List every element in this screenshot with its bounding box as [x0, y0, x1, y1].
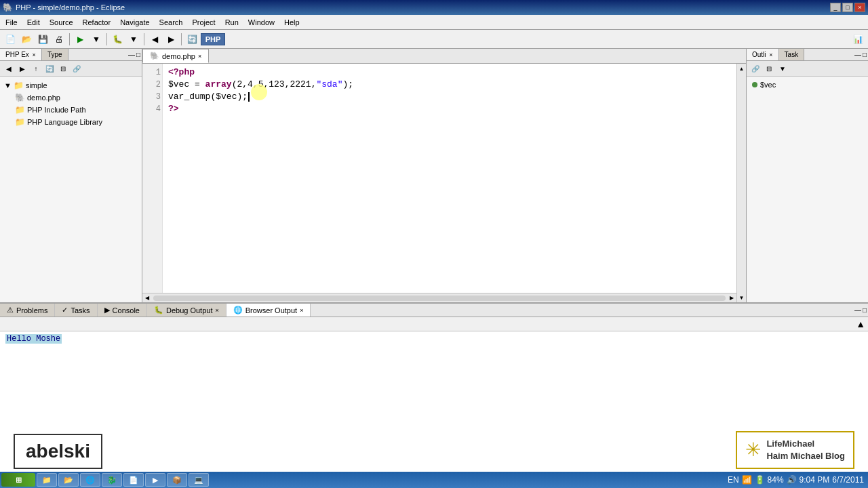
scroll-up-arrow[interactable]: ▲	[737, 64, 747, 73]
watermark-right: ✳ LifeMichael Haim Michael Blog	[736, 431, 854, 469]
prev-button[interactable]: ◀	[147, 32, 162, 47]
menu-run[interactable]: Run	[221, 17, 243, 28]
tree-item-include-path[interactable]: 📁 PHP Include Path	[1, 104, 140, 116]
editor-scrollbar-vertical[interactable]: ▲ ▼	[736, 64, 746, 302]
line-numbers: 1 2 3 4	[142, 64, 163, 293]
print-button[interactable]: 🖨	[52, 32, 66, 47]
problems-label: Problems	[16, 306, 47, 314]
main-container: PHP Ex × Type — □ ◀ ▶ ↑ 🔄 ⊟ 🔗 ▼ 📁 simple	[0, 49, 868, 302]
taskbar-app-6[interactable]: ▶	[145, 473, 165, 487]
menu-refactor[interactable]: Refactor	[79, 17, 115, 28]
sidebar-collapse[interactable]: ⊟	[57, 62, 69, 75]
next-button[interactable]: ▶	[163, 32, 178, 47]
browser-label: Browser Output	[245, 306, 297, 314]
right-panel-content: $vec	[747, 77, 868, 302]
sidebar-link[interactable]: 🔗	[71, 62, 83, 75]
refresh-button[interactable]: 🔄	[184, 32, 199, 47]
sidebar-refresh[interactable]: 🔄	[43, 62, 56, 75]
editor-content[interactable]: ▲ ▼ 1 2 3 4 <?php	[142, 64, 746, 302]
editor-scrollbar-horizontal[interactable]: ◀ ▶	[142, 293, 736, 302]
sidebar-tab-phpex[interactable]: PHP Ex ×	[0, 49, 42, 60]
outline-item-vec[interactable]: $vec	[749, 79, 865, 90]
bottom-tab-problems[interactable]: ⚠ Problems	[0, 304, 55, 317]
bottom-tab-tasks[interactable]: ✓ Tasks	[55, 304, 97, 317]
taskbar-app-5[interactable]: 📄	[123, 473, 144, 487]
sidebar-tab-type[interactable]: Type	[42, 49, 68, 60]
bottom-minimize[interactable]: —	[854, 306, 861, 314]
menu-source[interactable]: Source	[45, 17, 77, 28]
taskbar-app-2[interactable]: 📂	[58, 473, 79, 487]
outline-tab-close[interactable]: ×	[769, 52, 772, 58]
menu-help[interactable]: Help	[280, 17, 304, 28]
run-button[interactable]: ▶	[73, 32, 87, 47]
menu-window[interactable]: Window	[244, 17, 279, 28]
right-panel-tab-outline[interactable]: Outli ×	[747, 49, 779, 60]
editor-tab-close[interactable]: ×	[198, 53, 201, 60]
editor-tab-demophp[interactable]: 🐘 demo.php ×	[142, 49, 209, 63]
scroll-right-arrow[interactable]: ▶	[727, 293, 736, 303]
right-panel-maximize[interactable]: □	[863, 51, 867, 58]
watermark-name: LifeMichael	[766, 438, 845, 450]
browser-tab-close[interactable]: ×	[300, 307, 303, 314]
bottom-maximize[interactable]: □	[863, 306, 867, 314]
scroll-left-arrow[interactable]: ◀	[142, 293, 152, 303]
right-panel-minimize[interactable]: —	[854, 51, 861, 58]
start-button[interactable]: ⊞	[1, 473, 35, 487]
sidebar-back[interactable]: ◀	[3, 62, 15, 75]
right-panel-tab-task[interactable]: Task	[779, 49, 805, 60]
bottom-tab-console[interactable]: ▶ Console	[98, 304, 147, 317]
sidebar-tab-close-phpex[interactable]: ×	[33, 52, 36, 58]
menu-search[interactable]: Search	[155, 17, 187, 28]
menu-file[interactable]: File	[1, 17, 22, 28]
menu-project[interactable]: Project	[188, 17, 219, 28]
editor-tab-icon: 🐘	[150, 52, 159, 60]
title-bar: 🐘 PHP - simple/demo.php - Eclipse _ □ ×	[0, 0, 868, 15]
taskbar-app-1[interactable]: 📁	[37, 473, 57, 487]
tray-wifi-icon: 📶	[742, 475, 752, 485]
taskbar-app-4[interactable]: 🐉	[102, 473, 122, 487]
debug-dropdown[interactable]: ▼	[126, 32, 141, 47]
tree-root-label: simple	[26, 81, 47, 89]
watermark-left-text: abelski	[26, 441, 90, 462]
bottom-tab-browser[interactable]: 🌐 Browser Output ×	[226, 304, 311, 317]
outline-collapse[interactable]: ⊟	[763, 62, 775, 75]
tray-en-icon: EN	[728, 475, 739, 485]
sidebar-maximize[interactable]: □	[136, 51, 140, 58]
scroll-down-arrow[interactable]: ▼	[737, 293, 747, 302]
open-button[interactable]: 📂	[19, 32, 34, 47]
sidebar-forward[interactable]: ▶	[16, 62, 28, 75]
code-editor[interactable]: <?php $vec = array(2,4,5,123,2221,"sda")…	[163, 64, 736, 293]
taskbar-tray: EN 📶 🔋 84% 🔊 9:04 PM 6/7/2011	[725, 475, 867, 485]
debug-button[interactable]: 🐛	[110, 32, 125, 47]
maximize-button[interactable]: □	[842, 3, 853, 12]
menu-edit[interactable]: Edit	[23, 17, 44, 28]
tree-item-lang-lib[interactable]: 📁 PHP Language Library	[1, 116, 140, 128]
run-dropdown[interactable]: ▼	[89, 32, 104, 47]
outline-filter[interactable]: ▼	[776, 62, 789, 75]
sidebar-minimize[interactable]: —	[128, 51, 135, 58]
bottom-tab-debug[interactable]: 🐛 Debug Output ×	[147, 304, 226, 317]
outline-sync[interactable]: 🔗	[749, 62, 762, 75]
new-button[interactable]: 📄	[3, 32, 18, 47]
debug-tab-close[interactable]: ×	[215, 307, 218, 314]
watermark-sub: Haim Michael Blog	[766, 450, 845, 462]
code-panel[interactable]: 1 2 3 4 <?php $vec = array(2,4,5,123,222…	[142, 64, 736, 293]
watermark-left: abelski	[14, 434, 102, 469]
taskbar-app-7[interactable]: 📦	[167, 473, 187, 487]
save-button[interactable]: 💾	[35, 32, 50, 47]
taskbar-app-8[interactable]: 💻	[189, 473, 209, 487]
watermark-right-text: LifeMichael Haim Michael Blog	[766, 438, 845, 462]
sidebar-tabs: PHP Ex × Type — □	[0, 49, 142, 61]
scroll-track-h[interactable]	[153, 296, 726, 301]
tree-item-demophp[interactable]: 🐘 demo.php	[1, 92, 140, 104]
menu-navigate[interactable]: Navigate	[116, 17, 153, 28]
sidebar: PHP Ex × Type — □ ◀ ▶ ↑ 🔄 ⊟ 🔗 ▼ 📁 simple	[0, 49, 142, 302]
sidebar-up[interactable]: ↑	[30, 62, 42, 75]
minimize-button[interactable]: _	[830, 3, 841, 12]
tree-root-simple[interactable]: ▼ 📁 simple	[1, 79, 140, 92]
php-file-icon: 🐘	[15, 93, 25, 102]
taskbar-app-3[interactable]: 🌐	[80, 473, 100, 487]
perspective-button[interactable]: 📊	[850, 32, 865, 47]
close-button[interactable]: ×	[854, 3, 865, 12]
bottom-scroll-up[interactable]: ▲	[856, 319, 865, 329]
